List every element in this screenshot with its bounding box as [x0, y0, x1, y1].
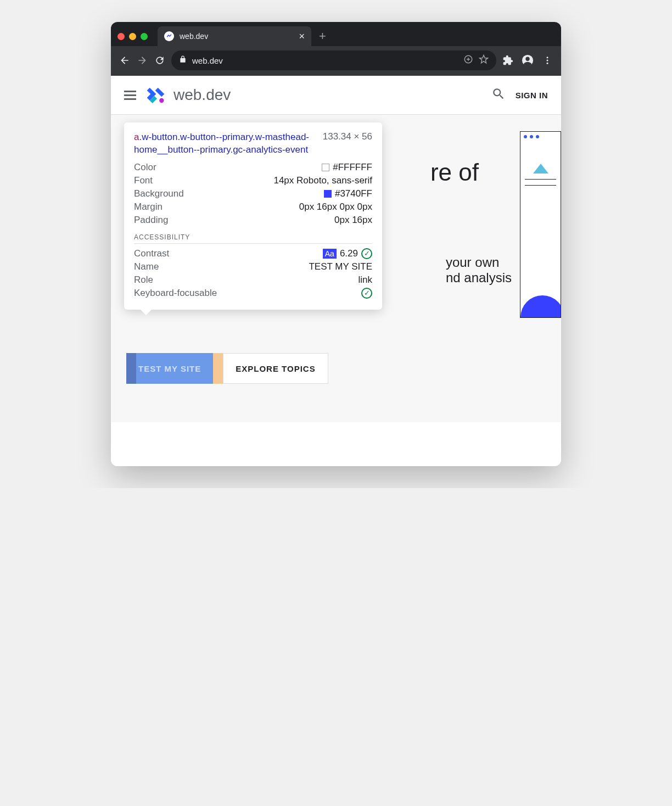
lock-icon	[179, 55, 187, 65]
extensions-icon[interactable]	[502, 55, 514, 66]
browser-tab[interactable]: web.dev ×	[158, 26, 311, 46]
bookmark-icon[interactable]	[479, 54, 489, 66]
close-window-button[interactable]	[117, 33, 125, 40]
style-font-label: Font	[134, 175, 153, 186]
profile-icon[interactable]	[522, 54, 534, 66]
element-selector: a.w-button.w-button--primary.w-masthead-…	[134, 131, 318, 156]
address-bar[interactable]: web.dev	[171, 51, 496, 70]
url-text: web.dev	[192, 56, 458, 65]
menu-icon[interactable]	[541, 55, 553, 65]
devtools-inspector-tooltip: a.w-button.w-button--primary.w-masthead-…	[124, 122, 382, 310]
site-logo[interactable]: web.dev	[146, 86, 231, 104]
add-icon[interactable]	[463, 54, 473, 66]
menu-button[interactable]	[124, 91, 136, 100]
new-tab-button[interactable]: +	[319, 29, 326, 43]
check-icon: ✓	[361, 288, 372, 299]
style-padding-value: 0px 16px	[334, 215, 372, 226]
browser-window: web.dev × + web.dev	[111, 22, 561, 466]
style-margin-label: Margin	[134, 201, 163, 212]
svg-point-4	[547, 60, 548, 61]
tab-strip: web.dev × +	[111, 22, 561, 46]
search-icon[interactable]	[491, 87, 506, 103]
brand-text: web.dev	[173, 86, 231, 104]
favicon-icon	[164, 31, 174, 41]
a11y-contrast-label: Contrast	[134, 248, 169, 259]
style-background-label: Background	[134, 188, 184, 199]
a11y-role-label: Role	[134, 275, 153, 286]
a11y-name-label: Name	[134, 261, 159, 272]
style-color-label: Color	[134, 162, 156, 173]
site-header: web.dev SIGN IN	[111, 76, 561, 115]
reload-button[interactable]	[154, 55, 166, 66]
hero-subtitle-fragment: your own nd analysis	[446, 255, 512, 286]
window-controls	[117, 33, 148, 40]
test-my-site-button[interactable]: TEST MY SITE	[126, 353, 213, 384]
svg-point-3	[547, 57, 548, 58]
explore-topics-button[interactable]: EXPLORE TOPICS	[223, 353, 328, 384]
svg-point-2	[525, 57, 529, 61]
style-margin-value: 0px 16px 0px 0px	[299, 201, 372, 212]
svg-point-6	[159, 98, 164, 103]
a11y-focusable-label: Keyboard-focusable	[134, 288, 217, 299]
close-tab-button[interactable]: ×	[299, 31, 305, 42]
browser-chrome: web.dev × + web.dev	[111, 22, 561, 76]
back-button[interactable]	[119, 55, 131, 66]
style-background-value: #3740FF	[324, 188, 372, 199]
a11y-name-value: TEST MY SITE	[309, 261, 372, 272]
a11y-focusable-value: ✓	[361, 288, 372, 299]
toolbar: web.dev	[111, 46, 561, 76]
accessibility-heading: ACCESSIBILITY	[134, 233, 372, 244]
a11y-role-value: link	[358, 275, 372, 286]
maximize-window-button[interactable]	[141, 33, 148, 40]
hero-title-fragment: re of	[430, 159, 479, 186]
style-font-value: 14px Roboto, sans-serif	[273, 175, 372, 186]
svg-point-5	[547, 63, 548, 64]
signin-button[interactable]: SIGN IN	[516, 91, 548, 100]
style-padding-label: Padding	[134, 215, 168, 226]
logo-icon	[146, 86, 168, 104]
style-color-value: #FFFFFF	[322, 162, 372, 173]
chrome-actions	[502, 54, 553, 66]
check-icon: ✓	[361, 248, 372, 259]
a11y-contrast-value: Aa 6.29 ✓	[323, 248, 372, 259]
forward-button[interactable]	[136, 55, 148, 66]
tab-title: web.dev	[180, 32, 293, 41]
hero-illustration	[520, 131, 561, 318]
contrast-badge: Aa	[323, 249, 337, 259]
hero-buttons: TEST MY SITE EXPLORE TOPICS	[126, 353, 328, 384]
page-footer	[111, 422, 561, 466]
hero-section: re of your own nd analysis a.w-button.w-…	[111, 115, 561, 422]
minimize-window-button[interactable]	[129, 33, 136, 40]
element-dimensions: 133.34 × 56	[323, 131, 372, 156]
